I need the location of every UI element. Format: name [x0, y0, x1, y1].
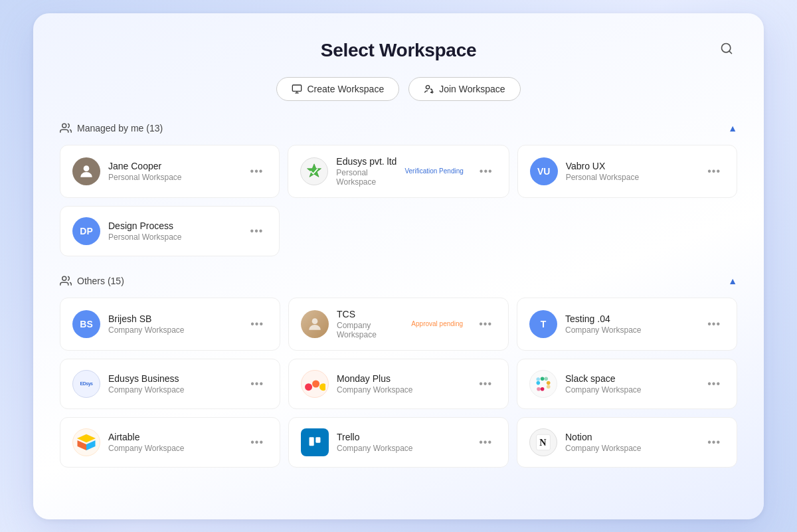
jane-person-icon [78, 163, 95, 180]
avatar-tcs [301, 310, 329, 338]
workspace-type-notion: Company Workspace [565, 444, 695, 453]
svg-rect-21 [547, 385, 551, 389]
workspace-name-slack: Slack space [565, 373, 695, 384]
workspace-type-tcs: Company Workspace [337, 321, 403, 339]
more-options-airtable[interactable]: ••• [246, 434, 268, 451]
others-workspace-grid: BS Brijesh SB Company Workspace ••• TCS … [60, 298, 737, 468]
avatar-testing04: T [529, 310, 557, 338]
workspace-type-testing04: Company Workspace [565, 325, 695, 335]
others-collapse-button[interactable]: ▲ [728, 276, 737, 286]
workspace-card-notion[interactable]: N Notion Company Workspace ••• [517, 417, 737, 468]
more-options-testing04[interactable]: ••• [703, 315, 725, 333]
workspace-info-slack: Slack space Company Workspace [565, 373, 695, 395]
svg-rect-22 [541, 387, 545, 391]
more-options-brijesh[interactable]: ••• [246, 315, 268, 333]
managed-section-title: Managed by me (13) [60, 122, 163, 134]
create-workspace-button[interactable]: Create Workspace [276, 77, 399, 101]
others-section-title: Others (15) [60, 275, 124, 287]
page-title: Select Workspace [321, 40, 476, 61]
avatar-airtable [72, 428, 100, 456]
workspace-name-vabro-ux: Vabro UX [566, 161, 696, 171]
svg-rect-16 [537, 381, 541, 385]
workspace-info-testing04: Testing .04 Company Workspace [565, 313, 695, 335]
avatar-edusys-pvt [300, 157, 328, 185]
workspace-card-vabro-ux[interactable]: VU Vabro UX Personal Workspace ••• [517, 145, 737, 198]
workspace-card-edusys-pvt[interactable]: Edusys pvt. ltd Personal Workspace Verif… [288, 145, 509, 198]
more-options-design-process[interactable]: ••• [246, 222, 268, 240]
verification-badge: Verification Pending [404, 166, 463, 176]
svg-point-8 [62, 124, 66, 128]
workspace-type-monday: Company Workspace [337, 385, 467, 395]
svg-rect-17 [537, 377, 541, 381]
workspace-info-trello: Trello Company Workspace [337, 432, 467, 453]
svg-point-15 [319, 383, 325, 391]
workspace-info-edusys-pvt: Edusys pvt. ltd Personal Workspace [336, 156, 397, 187]
svg-point-14 [312, 380, 319, 387]
more-options-monday[interactable]: ••• [475, 375, 496, 393]
join-workspace-icon [424, 84, 434, 94]
more-options-slack[interactable]: ••• [703, 375, 725, 393]
managed-section: Managed by me (13) ▲ Jane Cooper Persona… [60, 122, 737, 256]
svg-marker-24 [78, 434, 96, 442]
workspace-card-trello[interactable]: Trello Company Workspace ••• [288, 417, 509, 468]
workspace-type-slack: Company Workspace [565, 385, 695, 395]
workspace-name-brijesh: Brijesh SB [108, 313, 238, 324]
workspace-card-monday[interactable]: Monday Plus Company Workspace ••• [288, 359, 509, 409]
workspace-card-tcs[interactable]: TCS Company Workspace Approval pending •… [288, 298, 509, 351]
search-button[interactable] [716, 38, 737, 62]
workspace-card-edusys-biz[interactable]: EDsys Edusys Business Company Workspace … [60, 359, 280, 409]
workspace-type-vabro-ux: Personal Workspace [566, 173, 696, 182]
managed-collapse-button[interactable]: ▲ [728, 123, 737, 133]
avatar-notion: N [529, 428, 557, 456]
avatar-initials-brijesh: BS [80, 319, 92, 329]
workspace-name-trello: Trello [337, 432, 467, 442]
more-options-vabro-ux[interactable]: ••• [703, 163, 725, 180]
monday-logo-icon [304, 377, 325, 391]
svg-point-12 [312, 318, 318, 324]
more-options-jane[interactable]: ••• [246, 163, 268, 180]
managed-section-header: Managed by me (13) ▲ [60, 122, 737, 134]
workspace-info-edusys-biz: Edusys Business Company Workspace [108, 373, 238, 395]
workspace-info-monday: Monday Plus Company Workspace [337, 373, 467, 395]
workspace-type-design-process: Personal Workspace [108, 232, 238, 242]
workspace-card-brijesh[interactable]: BS Brijesh SB Company Workspace ••• [60, 298, 280, 351]
workspace-name-notion: Notion [565, 432, 695, 442]
workspace-info-notion: Notion Company Workspace [565, 432, 695, 453]
others-section-header: Others (15) ▲ [60, 275, 737, 287]
workspace-card-slack[interactable]: Slack space Company Workspace ••• [517, 359, 737, 409]
workspace-info-brijesh: Brijesh SB Company Workspace [108, 313, 238, 335]
airtable-logo-icon [76, 432, 96, 452]
workspace-name-edusys-pvt: Edusys pvt. ltd [336, 156, 397, 167]
workspace-name-testing04: Testing .04 [565, 313, 695, 324]
workspace-selector: Select Workspace Create Workspace Join [33, 13, 764, 519]
more-options-trello[interactable]: ••• [475, 434, 496, 451]
workspace-type-brijesh: Company Workspace [108, 325, 238, 335]
svg-rect-20 [547, 381, 551, 385]
svg-rect-29 [315, 437, 320, 442]
more-options-notion[interactable]: ••• [703, 434, 725, 451]
more-options-edusys-biz[interactable]: ••• [246, 375, 268, 393]
workspace-name-edusys-biz: Edusys Business [108, 373, 238, 384]
workspace-type-edusys-biz: Company Workspace [108, 385, 238, 395]
workspace-type-trello: Company Workspace [337, 444, 467, 453]
join-workspace-button[interactable]: Join Workspace [408, 77, 520, 101]
trello-logo-icon [306, 434, 323, 451]
workspace-name-jane: Jane Cooper [108, 161, 238, 171]
workspace-card-airtable[interactable]: Airtable Company Workspace ••• [60, 417, 280, 468]
workspace-name-monday: Monday Plus [337, 373, 467, 384]
svg-rect-23 [537, 387, 541, 391]
action-buttons: Create Workspace Join Workspace [60, 77, 737, 101]
create-workspace-label: Create Workspace [307, 84, 384, 94]
workspace-card-design-process[interactable]: DP Design Process Personal Workspace ••• [60, 206, 280, 256]
page-header: Select Workspace [60, 40, 737, 61]
workspace-card-jane[interactable]: Jane Cooper Personal Workspace ••• [60, 145, 280, 198]
workspace-info-vabro-ux: Vabro UX Personal Workspace [566, 161, 696, 182]
avatar-jane [72, 157, 100, 185]
approval-badge: Approval pending [411, 319, 463, 329]
avatar-design-process: DP [72, 217, 100, 245]
others-icon [60, 275, 72, 287]
more-options-tcs[interactable]: ••• [475, 315, 496, 333]
more-options-edusys-pvt[interactable]: ••• [476, 163, 497, 180]
avatar-vabro-ux: VU [530, 157, 558, 185]
workspace-card-testing04[interactable]: T Testing .04 Company Workspace ••• [517, 298, 737, 351]
